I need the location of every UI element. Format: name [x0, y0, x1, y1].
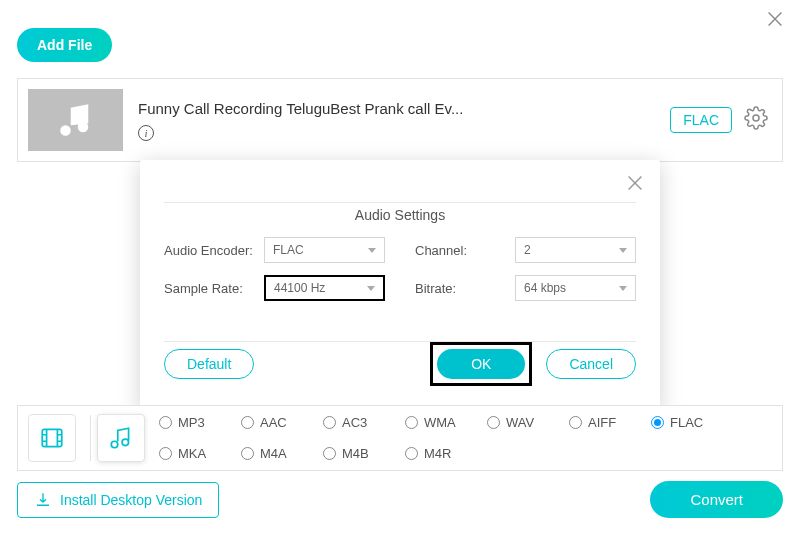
- divider: [90, 415, 91, 461]
- svg-rect-1: [42, 429, 62, 446]
- radio-icon: [569, 416, 582, 429]
- format-label: MKA: [178, 446, 206, 461]
- chevron-down-icon: [367, 286, 375, 291]
- modal-close-icon[interactable]: [624, 172, 646, 198]
- chevron-down-icon: [619, 286, 627, 291]
- format-label: WMA: [424, 415, 456, 430]
- chevron-down-icon: [368, 248, 376, 253]
- format-option-m4r[interactable]: M4R: [405, 446, 487, 461]
- radio-icon: [159, 416, 172, 429]
- radio-icon: [159, 447, 172, 460]
- channel-select[interactable]: 2: [515, 237, 636, 263]
- format-label: MP3: [178, 415, 205, 430]
- bitrate-label: Bitrate:: [415, 281, 515, 296]
- file-row: Funny Call Recording TeluguBest Prank ca…: [17, 78, 783, 162]
- audio-settings-modal: Audio Settings Audio Encoder: FLAC Sampl…: [140, 160, 660, 410]
- format-option-m4b[interactable]: M4B: [323, 446, 405, 461]
- format-label: AIFF: [588, 415, 616, 430]
- convert-button[interactable]: Convert: [650, 481, 783, 518]
- radio-icon: [405, 447, 418, 460]
- svg-point-0: [753, 115, 759, 121]
- format-label: M4A: [260, 446, 287, 461]
- radio-icon: [241, 416, 254, 429]
- ok-highlight-box: OK: [430, 342, 532, 386]
- radio-icon: [405, 416, 418, 429]
- encoder-label: Audio Encoder:: [164, 243, 264, 258]
- default-button[interactable]: Default: [164, 349, 254, 379]
- format-label: M4B: [342, 446, 369, 461]
- format-option-mka[interactable]: MKA: [159, 446, 241, 461]
- radio-icon: [651, 416, 664, 429]
- format-option-flac[interactable]: FLAC: [651, 415, 733, 430]
- install-desktop-button[interactable]: Install Desktop Version: [17, 482, 219, 518]
- format-label: M4R: [424, 446, 451, 461]
- bitrate-select[interactable]: 64 kbps: [515, 275, 636, 301]
- format-options: MP3AACAC3WMAWAVAIFFFLACMKAM4AM4BM4R: [153, 415, 782, 461]
- radio-icon: [323, 416, 336, 429]
- chevron-down-icon: [619, 248, 627, 253]
- format-label: AC3: [342, 415, 367, 430]
- encoder-select[interactable]: FLAC: [264, 237, 385, 263]
- file-title: Funny Call Recording TeluguBest Prank ca…: [138, 100, 670, 117]
- radio-icon: [487, 416, 500, 429]
- format-label: AAC: [260, 415, 287, 430]
- add-file-button[interactable]: Add File: [17, 28, 112, 62]
- file-thumbnail: [28, 89, 123, 151]
- format-panel: MP3AACAC3WMAWAVAIFFFLACMKAM4AM4BM4R: [17, 405, 783, 471]
- format-option-aac[interactable]: AAC: [241, 415, 323, 430]
- download-icon: [34, 491, 52, 509]
- modal-title: Audio Settings: [164, 203, 636, 237]
- channel-label: Channel:: [415, 243, 515, 258]
- music-note-icon: [55, 99, 97, 141]
- radio-icon: [323, 447, 336, 460]
- tab-video[interactable]: [28, 414, 76, 462]
- film-icon: [39, 425, 65, 451]
- format-label: WAV: [506, 415, 534, 430]
- sample-rate-select[interactable]: 44100 Hz: [264, 275, 385, 301]
- format-option-wma[interactable]: WMA: [405, 415, 487, 430]
- tab-audio[interactable]: [97, 414, 145, 462]
- music-icon: [108, 425, 134, 451]
- format-option-wav[interactable]: WAV: [487, 415, 569, 430]
- format-pill-button[interactable]: FLAC: [670, 107, 732, 133]
- format-label: FLAC: [670, 415, 703, 430]
- format-option-m4a[interactable]: M4A: [241, 446, 323, 461]
- gear-icon[interactable]: [744, 106, 768, 134]
- format-option-ac3[interactable]: AC3: [323, 415, 405, 430]
- sample-rate-label: Sample Rate:: [164, 281, 264, 296]
- ok-button[interactable]: OK: [437, 349, 525, 379]
- radio-icon: [241, 447, 254, 460]
- close-icon[interactable]: [764, 8, 786, 34]
- info-icon[interactable]: i: [138, 125, 154, 141]
- file-info: Funny Call Recording TeluguBest Prank ca…: [138, 100, 670, 141]
- cancel-button[interactable]: Cancel: [546, 349, 636, 379]
- format-option-mp3[interactable]: MP3: [159, 415, 241, 430]
- format-option-aiff[interactable]: AIFF: [569, 415, 651, 430]
